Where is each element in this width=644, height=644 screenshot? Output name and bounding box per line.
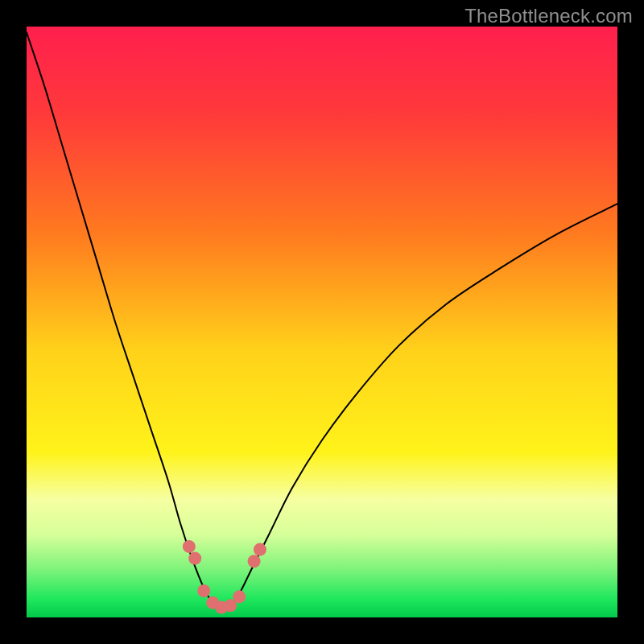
highlight-point [188,552,201,565]
watermark-text: TheBottleneck.com [464,5,633,27]
highlight-point [248,555,261,568]
highlight-point [233,590,246,603]
highlight-point [254,543,266,556]
highlight-point [197,584,210,597]
highlight-point [183,540,196,553]
bottleneck-chart [27,27,617,617]
chart-frame: TheBottleneck.com [0,0,644,644]
plot-area [27,27,617,617]
